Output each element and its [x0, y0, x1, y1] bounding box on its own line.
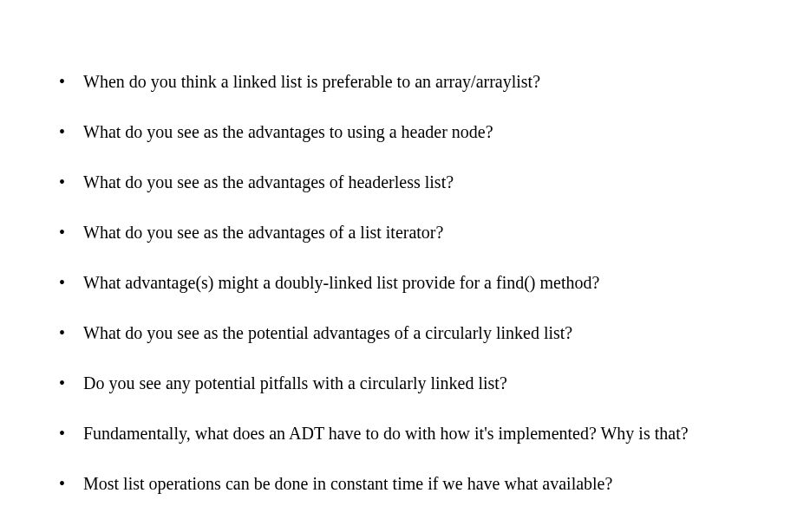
question-text: What do you see as the advantages of hea… [83, 172, 454, 191]
list-item: When do you think a linked list is prefe… [52, 69, 758, 94]
question-text: Do you see any potential pitfalls with a… [83, 373, 507, 393]
question-text: Most list operations can be done in cons… [83, 474, 612, 493]
list-item: What do you see as the potential advanta… [52, 321, 758, 345]
list-item: What advantage(s) might a doubly-linked … [52, 270, 758, 295]
question-text: What do you see as the advantages of a l… [83, 223, 443, 242]
question-text: What advantage(s) might a doubly-linked … [83, 273, 599, 292]
question-list: When do you think a linked list is prefe… [52, 69, 758, 496]
list-item: What do you see as the advantages of hea… [52, 170, 758, 194]
question-text: What do you see as the potential advanta… [83, 323, 572, 342]
list-item: Fundamentally, what does an ADT have to … [52, 421, 758, 445]
question-text: Fundamentally, what does an ADT have to … [83, 424, 689, 443]
question-text: When do you think a linked list is prefe… [83, 72, 540, 91]
list-item: Most list operations can be done in cons… [52, 471, 758, 496]
list-item: What do you see as the advantages of a l… [52, 220, 758, 244]
list-item: What do you see as the advantages to usi… [52, 120, 758, 144]
list-item: Do you see any potential pitfalls with a… [52, 371, 758, 395]
question-text: What do you see as the advantages to usi… [83, 122, 493, 141]
